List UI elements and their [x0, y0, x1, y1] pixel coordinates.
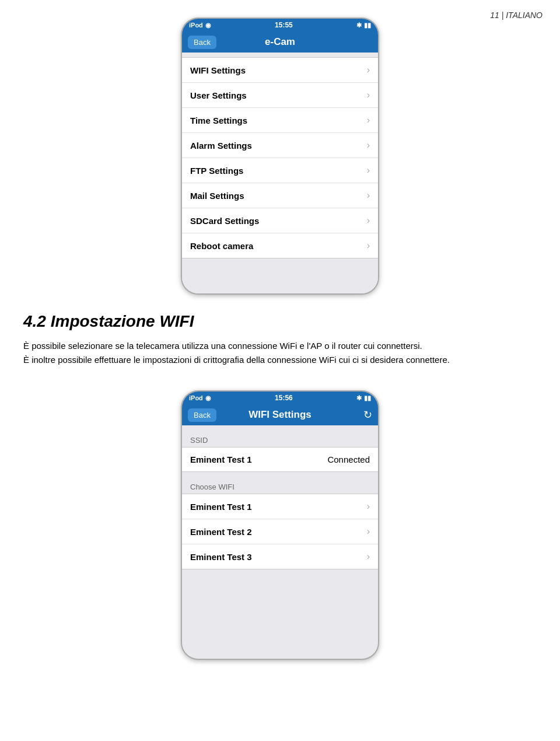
ssid-connected-item: Eminent Test 1 Connected: [182, 447, 378, 472]
status-bar-1: iPod ◉ 15:55 ✱ ▮▮: [182, 19, 378, 32]
settings-item-reboot[interactable]: Reboot camera ›: [182, 233, 378, 258]
chevron-icon-wifi: ›: [367, 65, 370, 75]
settings-item-mail-label: Mail Settings: [190, 191, 244, 201]
back-button-2[interactable]: Back: [188, 408, 216, 422]
wifi-item-2[interactable]: Eminent Test 2 ›: [182, 519, 378, 544]
wifi-list: Eminent Test 1 › Eminent Test 2 › Eminen…: [182, 494, 378, 569]
wifi-icon-1: ◉: [205, 22, 211, 29]
settings-item-ftp[interactable]: FTP Settings ›: [182, 158, 378, 183]
chevron-icon-ftp: ›: [367, 165, 370, 176]
phone-frame-1: iPod ◉ 15:55 ✱ ▮▮ Back e-Cam WIFI Settin…: [181, 18, 379, 295]
settings-item-mail[interactable]: Mail Settings ›: [182, 183, 378, 208]
ssid-section-label: SSID: [182, 430, 378, 447]
page-number: 11 | ITALIANO: [490, 11, 542, 20]
status-bar-2: iPod ◉ 15:56 ✱ ▮▮: [182, 392, 378, 404]
chevron-icon-user: ›: [367, 90, 370, 100]
nav-bar-1: Back e-Cam: [182, 32, 378, 53]
settings-item-ftp-label: FTP Settings: [190, 166, 243, 176]
time-2: 15:56: [275, 394, 293, 402]
settings-item-time-label: Time Settings: [190, 116, 247, 125]
paragraph-2: È inoltre possibile effettuare le impost…: [23, 355, 450, 365]
settings-item-sdcard[interactable]: SDCard Settings ›: [182, 208, 378, 233]
battery-icon-2: ▮▮: [364, 394, 371, 402]
settings-menu: WIFI Settings › User Settings › Time Set…: [182, 53, 378, 293]
chevron-icon-wifi-2: ›: [367, 526, 370, 537]
time-1: 15:55: [275, 21, 293, 29]
section-4-2: 4.2 Impostazione WIFI È possibile selezi…: [0, 295, 560, 379]
wifi-item-1[interactable]: Eminent Test 1 ›: [182, 494, 378, 519]
settings-item-wifi-label: WIFI Settings: [190, 65, 246, 75]
settings-item-time[interactable]: Time Settings ›: [182, 108, 378, 133]
nav-title-1: e-Cam: [265, 36, 295, 48]
bluetooth-icon-2: ✱: [356, 394, 362, 402]
chevron-icon-wifi-1: ›: [367, 501, 370, 512]
phone-frame-2: iPod ◉ 15:56 ✱ ▮▮ Back WIFI Settings ↻ S…: [181, 390, 379, 660]
refresh-button[interactable]: ↻: [363, 408, 372, 421]
nav-title-2: WIFI Settings: [249, 409, 312, 421]
section-title: 4.2 Impostazione WIFI: [23, 312, 537, 331]
ipod-label-2: iPod: [189, 394, 203, 401]
settings-item-reboot-label: Reboot camera: [190, 241, 253, 251]
chevron-icon-reboot: ›: [367, 240, 370, 251]
wifi-item-3[interactable]: Eminent Test 3 ›: [182, 544, 378, 569]
chevron-icon-alarm: ›: [367, 140, 370, 151]
settings-item-sdcard-label: SDCard Settings: [190, 216, 259, 226]
wifi-item-3-label: Eminent Test 3: [190, 552, 252, 562]
chevron-icon-mail: ›: [367, 190, 370, 201]
settings-item-user-label: User Settings: [190, 90, 247, 100]
wifi-item-2-label: Eminent Test 2: [190, 527, 252, 537]
settings-list: WIFI Settings › User Settings › Time Set…: [182, 57, 378, 258]
nav-bar-2: Back WIFI Settings ↻: [182, 404, 378, 425]
back-button-1[interactable]: Back: [188, 36, 216, 49]
settings-item-wifi[interactable]: WIFI Settings ›: [182, 58, 378, 83]
wifi-icon-2: ◉: [205, 394, 211, 402]
chevron-icon-sdcard: ›: [367, 215, 370, 226]
chevron-icon-wifi-3: ›: [367, 551, 370, 562]
chevron-icon-time: ›: [367, 115, 370, 125]
wifi-settings-content: SSID Eminent Test 1 Connected Choose WIF…: [182, 425, 378, 659]
phone-screenshot-1: iPod ◉ 15:55 ✱ ▮▮ Back e-Cam WIFI Settin…: [0, 18, 560, 295]
ssid-connected-status: Connected: [327, 455, 370, 464]
ssid-connected-name: Eminent Test 1: [190, 455, 252, 464]
bluetooth-icon-1: ✱: [356, 22, 362, 29]
choose-wifi-label: Choose WIFI: [182, 477, 378, 494]
settings-item-user[interactable]: User Settings ›: [182, 83, 378, 108]
wifi-item-1-label: Eminent Test 1: [190, 502, 252, 512]
battery-icon-1: ▮▮: [364, 22, 371, 29]
settings-item-alarm-label: Alarm Settings: [190, 141, 252, 151]
phone-screenshot-2: iPod ◉ 15:56 ✱ ▮▮ Back WIFI Settings ↻ S…: [0, 390, 560, 660]
ipod-label-1: iPod: [189, 22, 203, 29]
settings-item-alarm[interactable]: Alarm Settings ›: [182, 133, 378, 158]
section-body-1: È possibile selezionare se la telecamera…: [23, 339, 537, 367]
paragraph-1: È possibile selezionare se la telecamera…: [23, 341, 422, 351]
